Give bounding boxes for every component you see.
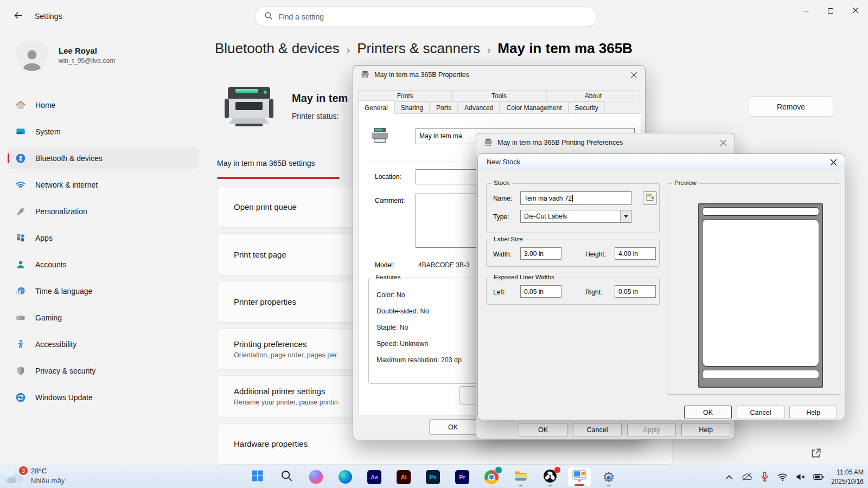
import-stock-button[interactable] <box>643 191 657 205</box>
file-explorer-button[interactable] <box>509 467 533 487</box>
sidebar-item-label: Gaming <box>35 313 62 322</box>
sidebar-item-windows-update[interactable]: Windows Update <box>8 387 199 408</box>
external-link-icon[interactable] <box>810 447 822 459</box>
breadcrumb-bluetooth-devices[interactable]: Bluetooth & devices <box>215 40 340 57</box>
sidebar-item-privacy-security[interactable]: Privacy & security <box>8 360 199 382</box>
printer-tool-button[interactable] <box>567 467 591 487</box>
left-input[interactable] <box>520 285 561 298</box>
account-name: Lee Royal <box>59 46 115 55</box>
search-icon <box>264 11 273 22</box>
minimize-button[interactable] <box>793 0 818 22</box>
search-input[interactable] <box>278 12 588 21</box>
text-caret <box>572 195 573 202</box>
new-stock-close-icon[interactable] <box>829 158 838 166</box>
sidebar-item-bluetooth-devices[interactable]: Bluetooth & devices <box>8 147 199 169</box>
printer-tool-icon <box>572 470 586 485</box>
breadcrumb-printers-scanners[interactable]: Printers & scanners <box>357 40 480 57</box>
new-stock-ok-button[interactable]: OK <box>684 406 732 419</box>
properties-close-icon[interactable] <box>629 70 638 79</box>
maximize-button[interactable] <box>818 0 843 22</box>
tab-general[interactable]: General <box>358 100 394 114</box>
photoshop-icon: Ps <box>426 470 440 484</box>
close-button[interactable] <box>843 0 868 22</box>
onedrive-paused-icon[interactable] <box>742 472 752 482</box>
preferences-close-icon[interactable] <box>719 138 727 147</box>
new-stock-title: New Stock <box>487 158 520 166</box>
start-button[interactable] <box>245 467 269 487</box>
preferences-ok-button[interactable]: OK <box>519 423 567 437</box>
account-email: win_t_95@live.com <box>59 57 115 65</box>
features-legend: Features <box>374 274 403 280</box>
properties-ok-button[interactable]: OK <box>429 419 477 435</box>
sidebar-item-label: Home <box>35 101 55 110</box>
tab-tools[interactable]: Tools <box>452 90 546 101</box>
right-input[interactable] <box>615 285 656 298</box>
edge-button[interactable] <box>333 467 357 487</box>
photoshop-button[interactable]: Ps <box>421 467 445 487</box>
new-stock-titlebar[interactable]: New Stock <box>478 154 845 170</box>
new-stock-cancel-button[interactable]: Cancel <box>737 406 784 419</box>
show-hidden-icons-chevron[interactable] <box>724 472 735 482</box>
obs-button[interactable] <box>538 467 562 487</box>
avatar <box>16 40 48 71</box>
tab-advanced[interactable]: Advanced <box>458 101 500 114</box>
height-input[interactable] <box>615 247 656 260</box>
volume-muted-icon[interactable] <box>795 472 806 482</box>
system-tray: 11:05 AM 2025/10/16 <box>724 465 864 488</box>
battery-icon[interactable] <box>813 472 824 482</box>
copilot-button[interactable] <box>304 467 328 487</box>
sidebar-item-label: Windows Update <box>35 393 93 402</box>
printer-settings-header: May in tem ma 365B settings <box>217 159 315 168</box>
sidebar-item-home[interactable]: Home <box>8 94 199 116</box>
search-icon <box>280 470 293 484</box>
printer-icon <box>369 127 390 143</box>
breadcrumb-current-page: May in tem ma 365B <box>497 40 633 57</box>
width-input[interactable] <box>520 247 561 260</box>
chevron-down-icon[interactable] <box>620 210 631 222</box>
stock-type-dropdown[interactable]: Die-Cut Labels <box>520 210 631 223</box>
temperature: 28°C <box>31 466 65 476</box>
back-button[interactable] <box>9 8 27 25</box>
comment-label: Comment: <box>375 197 405 204</box>
premiere-icon: Pr <box>455 470 469 484</box>
sidebar-item-accounts[interactable]: Accounts <box>8 254 199 275</box>
clock-time: 11:05 AM <box>831 468 864 477</box>
tab-ports[interactable]: Ports <box>430 101 458 114</box>
wifi-icon[interactable] <box>777 472 788 482</box>
premiere-button[interactable]: Pr <box>450 467 474 487</box>
tab-sharing[interactable]: Sharing <box>394 101 430 114</box>
sidebar-item-apps[interactable]: Apps <box>8 227 199 249</box>
printer-name-value: May in tem ma <box>419 132 462 140</box>
preferences-dialog-title: May in tem ma 365B Printing Preferences <box>497 139 623 146</box>
sidebar-item-system[interactable]: System <box>8 121 199 143</box>
tab-security[interactable]: Security <box>569 101 605 114</box>
clock[interactable]: 11:05 AM 2025/10/16 <box>831 468 864 486</box>
weather-condition: Nhiều mây <box>31 476 65 486</box>
sidebar-item-gaming[interactable]: Gaming <box>8 307 199 329</box>
properties-dialog-titlebar[interactable]: May in tem ma 365B Properties <box>353 66 645 84</box>
remove-printer-button[interactable]: Remove <box>749 97 833 117</box>
sidebar-item-network-internet[interactable]: Network & internet <box>8 174 199 196</box>
tab-fonts[interactable]: Fonts <box>358 90 452 101</box>
preferences-cancel-button[interactable]: Cancel <box>573 423 622 437</box>
stock-name-input[interactable]: Tem ma vach 72 <box>520 191 631 205</box>
account-card[interactable]: Lee Royal win_t_95@live.com <box>0 33 206 78</box>
preferences-help-button[interactable]: Help <box>681 423 730 437</box>
taskbar-search-button[interactable] <box>275 467 298 487</box>
settings-app-button[interactable]: ⚙ <box>597 467 621 487</box>
microphone-icon[interactable] <box>760 472 770 482</box>
tab-color-management[interactable]: Color Management <box>500 101 568 114</box>
chrome-button[interactable] <box>480 467 503 487</box>
sidebar-item-accessibility[interactable]: Accessibility <box>8 333 199 355</box>
home-icon <box>15 100 26 111</box>
tab-about[interactable]: About <box>546 90 640 101</box>
preferences-apply-button: Apply <box>627 423 676 437</box>
illustrator-button[interactable]: Ai <box>392 467 416 487</box>
sidebar-item-time-language[interactable]: Time & language <box>8 280 199 302</box>
sidebar-item-personalization[interactable]: Personalization <box>8 201 199 222</box>
search-box[interactable] <box>255 7 597 27</box>
preferences-dialog-titlebar[interactable]: May in tem ma 365B Printing Preferences <box>476 133 735 152</box>
weather-widget[interactable]: 3 28°C Nhiều mây <box>4 466 65 485</box>
new-stock-help-button[interactable]: Help <box>789 406 837 419</box>
after-effects-button[interactable]: Ae <box>362 467 386 487</box>
